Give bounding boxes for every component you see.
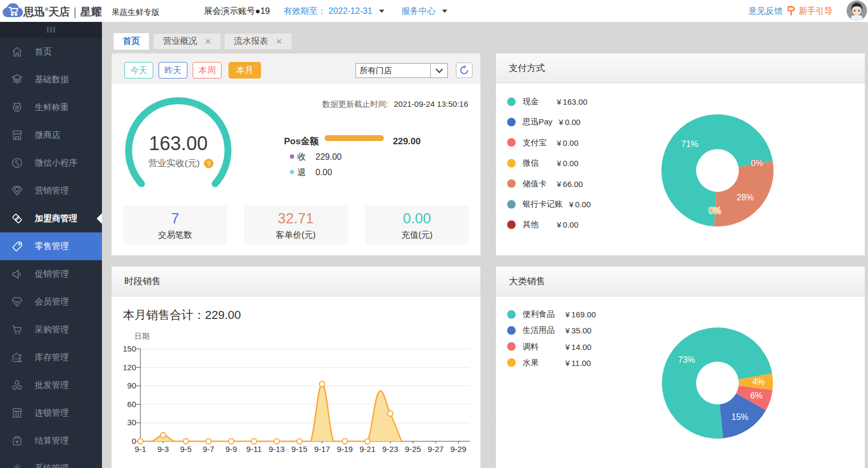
svg-text:30: 30 (127, 418, 136, 427)
svg-text:营业实收(元): 营业实收(元) (148, 158, 200, 168)
svg-text:9-23: 9-23 (382, 444, 398, 454)
svg-text:9-3: 9-3 (157, 444, 169, 454)
svg-text:9-5: 9-5 (180, 444, 192, 454)
svg-text:9-9: 9-9 (225, 444, 237, 454)
svg-text:9-25: 9-25 (405, 444, 421, 454)
svg-text:163.00: 163.00 (149, 132, 208, 154)
svg-text:Pos金额: Pos金额 (284, 136, 319, 146)
svg-text:9-29: 9-29 (451, 444, 467, 454)
svg-text:?: ? (207, 160, 211, 168)
svg-text:0%: 0% (708, 206, 721, 215)
svg-text:日期: 日期 (135, 332, 149, 340)
svg-text:60: 60 (127, 400, 136, 409)
svg-text:9-17: 9-17 (314, 444, 330, 454)
svg-text:73%: 73% (678, 355, 695, 364)
svg-text:0%: 0% (751, 159, 763, 168)
svg-text:15%: 15% (731, 412, 748, 422)
svg-text:229.00: 229.00 (393, 136, 421, 146)
svg-text:229.00: 229.00 (315, 152, 342, 161)
svg-text:9-7: 9-7 (203, 444, 215, 454)
svg-text:4%: 4% (752, 377, 764, 386)
svg-text:120: 120 (123, 363, 136, 372)
svg-text:150: 150 (123, 344, 136, 353)
svg-text:0.00: 0.00 (315, 168, 332, 177)
svg-text:9-13: 9-13 (269, 444, 285, 454)
svg-text:9-1: 9-1 (135, 444, 146, 454)
svg-text:90: 90 (127, 381, 136, 390)
svg-text:退: 退 (297, 168, 306, 177)
svg-text:收: 收 (297, 152, 306, 161)
svg-text:9-15: 9-15 (291, 444, 307, 454)
svg-text:6%: 6% (750, 391, 762, 400)
svg-text:71%: 71% (681, 139, 698, 149)
svg-text:9-21: 9-21 (359, 444, 375, 454)
svg-text:9-27: 9-27 (428, 444, 444, 454)
svg-text:9-19: 9-19 (337, 444, 353, 454)
svg-text:28%: 28% (737, 193, 754, 202)
svg-text:9-11: 9-11 (246, 444, 262, 454)
